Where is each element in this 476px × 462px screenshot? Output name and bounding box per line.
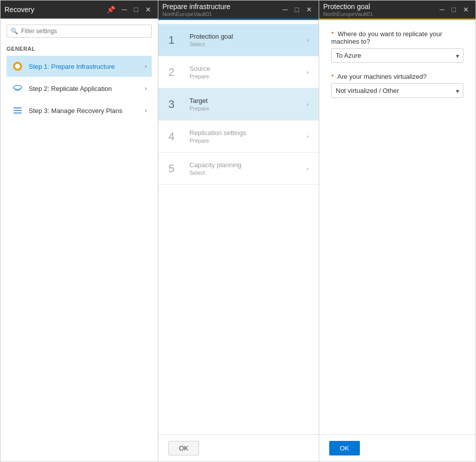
right-ok-button[interactable]: OK <box>329 441 360 455</box>
right-maximize-icon[interactable]: □ <box>449 5 458 15</box>
form-group-destination: * Where do you want to replicate your ma… <box>331 30 463 63</box>
virtualized-required-star: * <box>331 73 334 80</box>
section-general-label: GENERAL <box>7 46 152 52</box>
step-subtitle-4: Prepare <box>189 138 307 144</box>
mid-footer: OK <box>158 434 319 461</box>
sidebar-item-step2[interactable]: Step 2: Replicate Application › <box>7 78 152 99</box>
pin-icon[interactable]: 📌 <box>104 5 118 15</box>
form-group-virtualized: * Are your machines virtualized? Not vir… <box>331 73 463 98</box>
right-panel-body: * Where do you want to replicate your ma… <box>319 20 475 434</box>
step-title-1: Protection goal <box>189 33 307 40</box>
mid-maximize-icon[interactable]: □ <box>293 5 302 15</box>
mid-panel-body: 1 Protection goal Select › 2 Source Prep… <box>158 20 319 434</box>
svg-rect-5 <box>14 112 22 113</box>
step-number-3: 3 <box>168 98 182 111</box>
sidebar-item-step1[interactable]: Step 1: Prepare Infrastructure › <box>7 56 152 77</box>
mid-ok-button[interactable]: OK <box>168 441 199 455</box>
step-subtitle-5: Select <box>189 170 307 176</box>
virtualized-label-text: Are your machines virtualized? <box>337 73 427 80</box>
left-panel-title: Recovery <box>5 6 104 14</box>
step-number-4: 4 <box>168 130 182 143</box>
step4-nav-chevron-icon: › <box>307 133 309 140</box>
left-panel-body: 🔍 GENERAL Step 1: Prepare Infrastructure… <box>1 19 158 461</box>
step2-chevron-icon: › <box>145 85 147 92</box>
virtualized-select-wrap: Not virtualized / Other Yes, with VMware… <box>331 83 463 98</box>
step-title-3: Target <box>189 97 307 104</box>
step-item-3[interactable]: 3 Target Prepare › <box>158 88 319 121</box>
right-titlebar: Protection goal NorthEuropeVault01 ─ □ ✕ <box>319 1 475 19</box>
right-close-icon[interactable]: ✕ <box>460 5 471 15</box>
step1-icon <box>12 60 24 72</box>
step-item-1[interactable]: 1 Protection goal Select › <box>158 24 319 56</box>
step-title-2: Source <box>189 65 307 72</box>
sidebar-item-step1-label: Step 1: Prepare Infrastructure <box>29 63 145 70</box>
svg-point-1 <box>15 64 20 69</box>
close-icon[interactable]: ✕ <box>143 5 154 15</box>
destination-label-text: Where do you want to replicate your mach… <box>331 30 442 45</box>
left-titlebar: Recovery 📌 ─ □ ✕ <box>1 1 158 19</box>
sidebar-item-step3-label: Step 3: Manage Recovery Plans <box>29 107 145 114</box>
step-number-1: 1 <box>168 34 182 47</box>
right-panel-title: Protection goal <box>323 3 437 11</box>
step-text-4: Replication settings Prepare <box>189 129 307 144</box>
step-title-5: Capacity planning <box>189 161 307 169</box>
step1-nav-chevron-icon: › <box>307 36 309 44</box>
right-panel: Protection goal NorthEuropeVault01 ─ □ ✕… <box>319 0 476 462</box>
filter-input[interactable] <box>7 25 152 38</box>
step3-nav-chevron-icon: › <box>307 100 309 108</box>
destination-select[interactable]: To Azure To a secondary site <box>331 48 463 63</box>
sidebar-item-step3[interactable]: Step 3: Manage Recovery Plans › <box>7 100 152 121</box>
svg-rect-3 <box>14 107 22 108</box>
virtualized-select[interactable]: Not virtualized / Other Yes, with VMware… <box>331 83 463 98</box>
destination-label: * Where do you want to replicate your ma… <box>331 30 463 45</box>
step-text-1: Protection goal Select <box>189 33 307 47</box>
virtualized-label: * Are your machines virtualized? <box>331 73 463 80</box>
step-subtitle-1: Select <box>189 41 307 47</box>
mid-minimize-icon[interactable]: ─ <box>280 5 291 15</box>
right-titlebar-controls: ─ □ ✕ <box>437 5 471 15</box>
destination-select-wrap: To Azure To a secondary site <box>331 48 463 63</box>
step3-chevron-icon: › <box>145 107 147 114</box>
step-number-5: 5 <box>168 162 182 175</box>
right-minimize-icon[interactable]: ─ <box>437 5 447 15</box>
destination-required-star: * <box>331 30 334 38</box>
step-title-4: Replication settings <box>189 129 307 137</box>
step1-chevron-icon: › <box>145 63 147 70</box>
step-item-4[interactable]: 4 Replication settings Prepare › <box>158 121 319 153</box>
step-item-2[interactable]: 2 Source Prepare › <box>158 56 319 88</box>
step3-icon <box>12 104 24 117</box>
step-item-5[interactable]: 5 Capacity planning Select › <box>158 153 319 185</box>
step2-nav-chevron-icon: › <box>307 68 309 76</box>
mid-titlebar-controls: ─ □ ✕ <box>280 5 315 15</box>
step2-icon <box>12 82 24 94</box>
mid-panel-title: Prepare infrastructure <box>162 3 280 11</box>
mid-close-icon[interactable]: ✕ <box>304 5 315 15</box>
step-subtitle-3: Prepare <box>189 105 307 111</box>
mid-panel: Prepare infrastructure NorthEuropeVault0… <box>158 0 319 462</box>
minimize-icon[interactable]: ─ <box>120 5 130 15</box>
step-text-5: Capacity planning Select <box>189 161 307 176</box>
sidebar-item-step2-label: Step 2: Replicate Application <box>29 85 145 92</box>
right-panel-subtitle: NorthEuropeVault01 <box>323 11 437 17</box>
step-number-2: 2 <box>168 66 182 79</box>
maximize-icon[interactable]: □ <box>132 5 141 15</box>
step-text-2: Source Prepare <box>189 65 307 79</box>
step5-nav-chevron-icon: › <box>307 165 309 172</box>
right-footer: OK <box>319 434 475 461</box>
step-subtitle-2: Prepare <box>189 73 307 79</box>
step-text-3: Target Prepare <box>189 97 307 111</box>
left-panel: Recovery 📌 ─ □ ✕ 🔍 GENERAL Step 1: Prepa… <box>0 0 158 462</box>
mid-titlebar: Prepare infrastructure NorthEuropeVault0… <box>158 1 319 19</box>
search-icon: 🔍 <box>11 28 18 35</box>
svg-rect-4 <box>14 110 22 111</box>
left-titlebar-controls: 📌 ─ □ ✕ <box>104 5 154 15</box>
filter-box: 🔍 <box>7 25 152 38</box>
mid-panel-subtitle: NorthEuropeVault01 <box>162 11 280 17</box>
